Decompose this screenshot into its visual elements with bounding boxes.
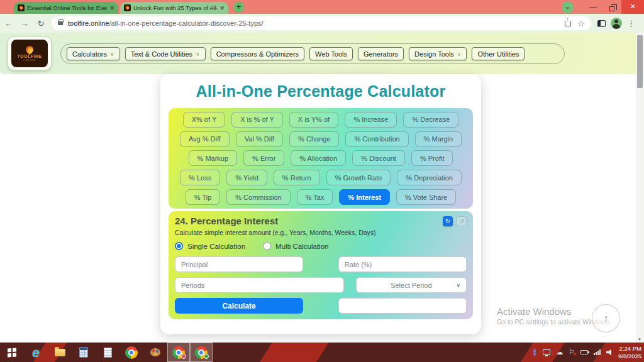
notepad-icon bbox=[104, 348, 112, 358]
window-minimize-button[interactable]: — bbox=[584, 0, 602, 14]
mode-contribution[interactable]: % Contribution bbox=[345, 131, 408, 147]
principal-input[interactable] bbox=[175, 256, 303, 272]
scrollbar-down-arrow[interactable]: ▼ bbox=[638, 337, 641, 341]
volume-icon[interactable] bbox=[606, 349, 613, 356]
nav-other-utilities[interactable]: Other Utilities bbox=[472, 47, 525, 60]
mode-growth-rate[interactable]: % Growth Rate bbox=[326, 170, 391, 185]
nav-design-tools[interactable]: Design Tools∨ bbox=[409, 47, 467, 60]
bookmark-star-icon[interactable]: ☆ bbox=[577, 19, 585, 28]
mode-allocation[interactable]: % Allocation bbox=[291, 150, 346, 166]
address-bar[interactable]: toolfire.online/all-in-one-percentage-ca… bbox=[52, 16, 591, 30]
mode-row: % Loss % Yield % Return % Growth Rate % … bbox=[169, 170, 473, 185]
browser-tab-2-active[interactable]: Unlock Fun with 25 Types of All-i ✕ bbox=[120, 2, 228, 14]
browser-menu-icon[interactable]: ⋮ bbox=[627, 19, 635, 28]
mode-row: % Tip % Commission % Tax % Interest % Vo… bbox=[169, 189, 473, 205]
mode-error[interactable]: % Error bbox=[243, 150, 284, 166]
taskbar-paint[interactable] bbox=[143, 343, 167, 362]
nav-web-tools[interactable]: Web Tools bbox=[309, 47, 353, 60]
battery-icon[interactable] bbox=[580, 350, 588, 354]
taskbar-chrome[interactable] bbox=[119, 343, 143, 362]
scrollbar-thumb[interactable] bbox=[637, 35, 643, 88]
reset-icon[interactable]: ↻ bbox=[443, 216, 453, 226]
start-button[interactable] bbox=[0, 343, 24, 362]
nav-generators[interactable]: Generators bbox=[358, 47, 404, 60]
mode-vote-share[interactable]: % Vote Share bbox=[396, 189, 456, 205]
taskbar-clock[interactable]: 2:24 PM 9/8/2025 bbox=[618, 345, 644, 360]
chevron-down-icon: ∨ bbox=[457, 51, 462, 57]
network-signal-icon[interactable] bbox=[594, 349, 601, 355]
mode-increase[interactable]: % Increase bbox=[345, 112, 397, 128]
tab-title: Essential Online Tools for Everyda bbox=[27, 4, 107, 11]
logo-subtitle: ONLINE bbox=[23, 58, 36, 62]
interest-form-panel: 24. Percentage Interest ↻ ↺ Calculate si… bbox=[169, 211, 473, 319]
browser-tab-strip: Essential Online Tools for Everyda ✕ Unl… bbox=[0, 0, 644, 14]
taskbar-file-explorer[interactable] bbox=[48, 343, 72, 362]
result-field[interactable] bbox=[338, 298, 467, 314]
calculation-mode-radios: Single Calculation Multi Calculation bbox=[175, 242, 467, 250]
mode-yield[interactable]: % Yield bbox=[226, 170, 267, 185]
browser-tab-1[interactable]: Essential Online Tools for Everyda ✕ bbox=[14, 2, 118, 14]
mode-val-diff[interactable]: Val % Diff bbox=[236, 131, 283, 147]
lock-icon[interactable] bbox=[58, 21, 63, 25]
tab-close-icon[interactable]: ✕ bbox=[109, 5, 114, 11]
mode-x-is-percent-of-y[interactable]: X is % of Y bbox=[231, 112, 283, 128]
reload-button[interactable]: ↻ bbox=[33, 19, 49, 28]
nav-text-code-utilities[interactable]: Text & Code Utilities∨ bbox=[125, 47, 206, 60]
taskbar-internet-explorer[interactable]: e bbox=[24, 343, 48, 362]
mode-margin[interactable]: % Margin bbox=[415, 131, 462, 147]
bluetooth-icon[interactable]: ᛒ bbox=[533, 348, 537, 357]
scroll-to-top-button[interactable]: ↑ bbox=[592, 304, 620, 332]
window-close-button[interactable]: ✕ bbox=[621, 0, 644, 14]
mode-x-percent-of-y[interactable]: X% of Y bbox=[183, 112, 226, 128]
cloud-icon[interactable]: ☁ bbox=[556, 348, 563, 356]
mode-markup[interactable]: % Markup bbox=[189, 150, 238, 166]
window-restore-button[interactable] bbox=[602, 0, 621, 14]
page-scrollbar[interactable]: ▼ bbox=[636, 33, 644, 343]
mode-decrease[interactable]: % Decrease bbox=[403, 112, 458, 128]
display-icon[interactable] bbox=[543, 349, 550, 355]
taskbar-chrome-profile-1-open[interactable] bbox=[167, 343, 190, 362]
toolfire-logo[interactable]: TOOLFIRE ONLINE bbox=[8, 36, 52, 70]
mode-tip[interactable]: % Tip bbox=[186, 189, 221, 205]
nav-calculators[interactable]: Calculators∨ bbox=[67, 47, 120, 60]
periods-input[interactable] bbox=[175, 277, 344, 293]
side-panel-icon[interactable] bbox=[597, 20, 606, 27]
mode-tax[interactable]: % Tax bbox=[297, 189, 333, 205]
mode-loss[interactable]: % Loss bbox=[180, 170, 220, 185]
taskbar-calculator[interactable] bbox=[72, 343, 96, 362]
radio-selected-icon[interactable] bbox=[175, 242, 183, 250]
tab-search-chevron-icon[interactable]: ⌄ bbox=[562, 1, 574, 13]
tab-close-icon[interactable]: ✕ bbox=[219, 5, 225, 11]
site-nav: Calculators∨ Text & Code Utilities∨ Comp… bbox=[60, 43, 565, 64]
taskbar-chrome-profile-2-open[interactable] bbox=[190, 343, 213, 362]
taskbar-notepad[interactable] bbox=[96, 343, 119, 362]
mode-avg-diff[interactable]: Avg % Diff bbox=[180, 131, 230, 147]
mode-x-is-y-percent-of[interactable]: X is Y% of bbox=[289, 112, 339, 128]
paint-palette-icon bbox=[150, 348, 160, 356]
single-calculation-radio[interactable]: Single Calculation bbox=[175, 242, 245, 250]
restore-icon bbox=[609, 6, 614, 11]
rate-input[interactable] bbox=[338, 256, 467, 272]
new-tab-button[interactable]: + bbox=[233, 2, 244, 13]
tab-title: Unlock Fun with 25 Types of All-i bbox=[133, 4, 217, 11]
action-center-flag-icon[interactable]: ⚐ bbox=[569, 348, 575, 356]
forward-button[interactable]: → bbox=[16, 19, 33, 28]
calculate-button[interactable]: Calculate bbox=[175, 298, 303, 314]
mode-profit[interactable]: % Profit bbox=[411, 150, 453, 166]
undo-icon: ↺ bbox=[457, 216, 467, 226]
share-icon[interactable] bbox=[565, 21, 571, 26]
mode-discount[interactable]: % Discount bbox=[352, 150, 405, 166]
taskbar-stripe bbox=[252, 343, 332, 362]
profile-avatar[interactable] bbox=[611, 18, 622, 29]
mode-return[interactable]: % Return bbox=[274, 170, 320, 185]
radio-unselected-icon[interactable] bbox=[263, 242, 271, 250]
mode-depreciation[interactable]: % Depreciation bbox=[397, 170, 462, 185]
period-select[interactable]: Select Period ∨ bbox=[356, 277, 467, 293]
folder-icon bbox=[55, 349, 65, 356]
nav-compressors-optimizers[interactable]: Compressors & Optimizers bbox=[211, 47, 304, 60]
mode-change[interactable]: % Change bbox=[289, 131, 339, 147]
mode-commission[interactable]: % Commission bbox=[226, 189, 290, 205]
back-button[interactable]: ← bbox=[0, 19, 16, 28]
mode-interest-active[interactable]: % Interest bbox=[339, 189, 390, 205]
multi-calculation-radio[interactable]: Multi Calculation bbox=[263, 242, 328, 250]
